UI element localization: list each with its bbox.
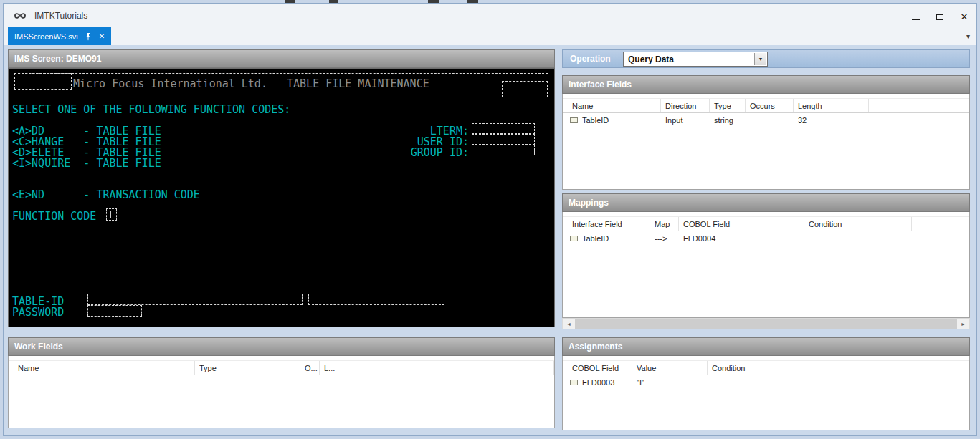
field-icon <box>570 117 578 123</box>
table-id-field-1[interactable] <box>87 294 303 305</box>
password-label: PASSWORD <box>12 306 64 319</box>
pin-icon[interactable] <box>84 32 92 41</box>
panel-splitter[interactable] <box>555 49 562 430</box>
cell-length: 32 <box>794 116 869 125</box>
column-header-filler <box>779 361 969 375</box>
terminal-option-inquire: <I>NQUIRE - TABLE FILE <box>12 157 161 170</box>
cell-name: TableID <box>582 116 609 125</box>
assignments-title: Assignments <box>569 342 622 352</box>
cell-type: string <box>710 116 746 125</box>
table-row[interactable]: TableID ---> FLD0004 <box>563 231 969 246</box>
column-header-cobol-field[interactable]: COBOL Field <box>679 217 804 231</box>
field-icon <box>570 236 578 241</box>
table-row[interactable]: TableID Input string 32 <box>563 113 969 127</box>
scroll-right-icon[interactable]: ► <box>957 319 969 329</box>
document-tab-strip: IMSScreenWS.svi ✕ ▾ <box>4 26 976 45</box>
work-fields-title: Work Fields <box>14 342 63 352</box>
ims-screen-header: IMS Screen: DEMO91 <box>8 49 555 68</box>
column-header-occurs[interactable]: O... <box>300 361 320 375</box>
restore-icon <box>936 14 943 20</box>
title-bar: IMTKTutorials ✕ <box>4 4 976 26</box>
tab-imsscreenws[interactable]: IMSScreenWS.svi ✕ <box>8 27 111 45</box>
tab-label: IMSScreenWS.svi <box>14 32 78 41</box>
column-header-filler <box>912 217 969 231</box>
horizontal-scrollbar[interactable]: ◄ ► <box>562 318 970 329</box>
interface-fields-grid: Name Direction Type Occurs Length TableI… <box>562 94 970 190</box>
column-header-name[interactable]: Name <box>563 99 661 112</box>
tab-overflow-icon[interactable]: ▾ <box>966 32 970 40</box>
minimize-icon <box>912 19 920 20</box>
column-header-cobol-field[interactable]: COBOL Field <box>563 361 632 375</box>
assignments-grid: COBOL Field Value Condition FLD0003 "I" <box>562 356 970 430</box>
tab-close-icon[interactable]: ✕ <box>97 32 106 41</box>
work-fields-column-headers: Name Type O... L... <box>9 360 554 375</box>
column-header-length[interactable]: L... <box>320 361 341 375</box>
column-header-type[interactable]: Type <box>710 99 746 112</box>
interface-fields-title: Interface Fields <box>569 79 632 90</box>
column-header-type[interactable]: Type <box>195 361 300 375</box>
chevron-down-icon[interactable]: ▼ <box>754 53 766 65</box>
cell-cobol-field: FLD0004 <box>679 234 804 243</box>
lterm-field[interactable] <box>472 123 535 134</box>
close-icon: ✕ <box>961 12 969 21</box>
cell-map: ---> <box>650 234 679 243</box>
field-icon <box>570 380 578 385</box>
close-button[interactable]: ✕ <box>953 9 975 24</box>
user-id-field[interactable] <box>472 134 535 145</box>
ims-terminal-screen: Micro Focus International Ltd. TABLE FIL… <box>8 68 555 327</box>
mappings-title: Mappings <box>569 198 609 208</box>
terminal-cursor <box>110 211 111 218</box>
column-header-name[interactable]: Name <box>9 361 195 375</box>
banner-field-right[interactable] <box>502 81 548 97</box>
group-id-label: GROUP ID: <box>331 146 469 159</box>
scrollbar-thumb[interactable] <box>575 319 957 329</box>
column-header-filler <box>341 361 554 375</box>
group-id-field[interactable] <box>472 145 535 155</box>
maximize-button[interactable] <box>929 9 951 24</box>
cell-direction: Input <box>661 116 710 125</box>
operation-label: Operation <box>570 54 611 64</box>
visual-studio-logo-icon <box>14 11 27 24</box>
cell-interface-field: TableID <box>582 234 609 243</box>
column-header-occurs[interactable]: Occurs <box>746 99 794 112</box>
column-header-condition[interactable]: Condition <box>804 217 912 231</box>
operation-dropdown-value: Query Data <box>628 54 674 64</box>
cell-value: "I" <box>632 378 708 387</box>
column-header-length[interactable]: Length <box>794 99 869 112</box>
function-code-field[interactable] <box>106 208 117 221</box>
column-header-map[interactable]: Map <box>650 217 679 231</box>
banner-field-border <box>14 73 548 74</box>
mappings-header: Mappings <box>562 193 970 212</box>
column-header-condition[interactable]: Condition <box>708 361 779 375</box>
banner-field-left[interactable] <box>14 73 72 90</box>
terminal-prompt: SELECT ONE OF THE FOLLOWING FUNCTION COD… <box>12 103 290 116</box>
column-header-interface-field[interactable]: Interface Field <box>563 217 650 231</box>
ims-screen-title: IMS Screen: DEMO91 <box>14 54 101 64</box>
assignments-column-headers: COBOL Field Value Condition <box>563 360 969 375</box>
operation-dropdown[interactable]: Query Data ▼ <box>623 52 768 67</box>
terminal-option-end: <E>ND - TRANSACTION CODE <box>12 188 200 201</box>
minimize-button[interactable] <box>905 9 926 24</box>
password-field[interactable] <box>87 305 142 317</box>
column-header-direction[interactable]: Direction <box>661 99 710 112</box>
column-header-filler <box>869 99 969 112</box>
work-fields-header: Work Fields <box>8 337 555 356</box>
function-code-label: FUNCTION CODE <box>12 210 96 223</box>
interface-fields-column-headers: Name Direction Type Occurs Length <box>563 98 969 113</box>
interface-fields-header: Interface Fields <box>562 75 970 94</box>
column-header-value[interactable]: Value <box>632 361 708 375</box>
terminal-banner: Micro Focus International Ltd. TABLE FIL… <box>73 77 429 90</box>
work-fields-grid: Name Type O... L... <box>8 356 555 428</box>
scroll-left-icon[interactable]: ◄ <box>563 319 575 329</box>
table-id-field-2[interactable] <box>308 294 444 305</box>
cell-cobol-field: FLD0003 <box>582 378 614 387</box>
app-window: IMTKTutorials ✕ IMSScreenWS.svi ✕ ▾ IMS … <box>3 3 977 436</box>
table-row[interactable]: FLD0003 "I" <box>563 375 969 390</box>
assignments-header: Assignments <box>562 337 970 356</box>
window-title: IMTKTutorials <box>34 11 87 21</box>
mappings-grid: Interface Field Map COBOL Field Conditio… <box>562 212 970 318</box>
mappings-column-headers: Interface Field Map COBOL Field Conditio… <box>563 216 969 231</box>
